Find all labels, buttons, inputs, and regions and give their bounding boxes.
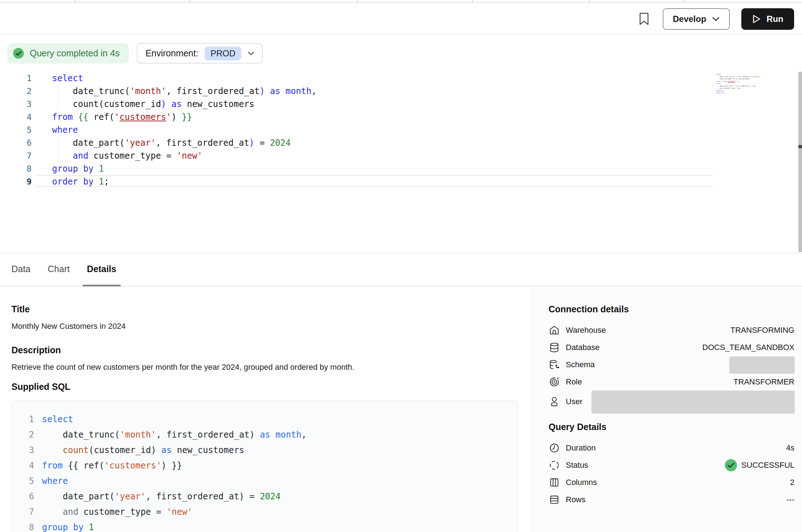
line-number: 7 [0,149,32,162]
redacted-value-box [729,356,794,373]
tab-data[interactable]: Data [7,253,35,286]
tab-separator [190,0,190,3]
environment-value-pill: PROD [205,47,241,60]
tab-chart[interactable]: Chart [43,253,74,286]
connection-row-schema: Schema [549,356,794,373]
description-value: Retrieve the count of new customers per … [11,362,518,373]
connection-details-heading: Connection details [549,303,794,315]
role-icon [549,376,560,388]
redacted-value-box [592,391,794,413]
row-label: Columns [566,478,597,487]
line-number: 4 [12,458,34,473]
code-text: from {{ ref('customers') }} [42,458,182,473]
row-label: User [566,397,582,406]
check-circle-icon [13,48,24,59]
editor-line-8[interactable]: 8group by 1 [0,162,793,175]
supplied-sql-line-5: 5where [12,473,518,489]
supplied-sql-line-8: 8group by 1 [12,520,518,532]
tab-details[interactable]: Details [83,253,121,286]
run-button-label: Run [766,14,783,24]
row-value: TRANSFORMING [731,326,794,335]
tab-separator [589,0,590,3]
editor-line-4[interactable]: 4from {{ ref('customers') }} [0,111,793,123]
supplied-sql-line-3: 3count(customer_id) as new_customers [12,443,518,458]
clock-icon [549,442,560,454]
code-text: group by 1 [42,520,94,532]
supplied-sql-block: 1select2date_trunc('month', first_ordere… [11,401,518,532]
run-button[interactable]: Run [741,8,794,30]
code-text: date_part('year', first_ordered_at) = 20… [42,489,281,504]
editor-line-9[interactable]: 9order by 1; [0,175,793,188]
tab-separator [472,0,473,3]
code-text: where [42,473,68,489]
connection-row-user: User [549,391,794,413]
connection-rows: WarehouseTRANSFORMINGDatabaseDOCS_TEAM_S… [549,322,794,413]
description-heading: Description [11,344,518,356]
sql-editor[interactable]: 1select2date_trunc('month', first_ordere… [0,72,802,253]
line-number: 6 [0,136,32,149]
editor-lines: 1select2date_trunc('month', first_ordere… [0,72,793,188]
develop-button[interactable]: Develop [663,8,730,30]
result-tabs: DataChartDetails [0,253,802,286]
header-bar: Develop Run [0,4,802,34]
query-row-duration: Duration4s [549,439,794,457]
editor-line-7[interactable]: 7and customer_type = 'new' [0,149,793,162]
supplied-sql-line-7: 7and customer_type = 'new' [12,504,518,520]
editor-scrollbar-thumb[interactable] [798,145,802,148]
line-number: 5 [12,473,34,489]
supplied-sql-line-4: 4from {{ ref('customers') }} [12,458,518,473]
tab-separator [684,0,685,3]
connection-panel: Connection details WarehouseTRANSFORMING… [532,287,802,532]
line-number: 3 [12,443,34,458]
query-details-heading: Query Details [549,421,794,433]
tab-separator [357,0,358,3]
query-status-text: Query completed in 4s [30,48,120,59]
editor-line-3[interactable]: 3count(customer_id) as new_customers [0,98,793,111]
row-value: SUCCESSFUL [725,459,794,471]
chevron-down-icon [248,51,254,56]
row-value: DOCS_TEAM_SANDBOX [702,343,794,352]
supplied-sql-heading: Supplied SQL [11,381,518,393]
code-text: date_trunc('month', first_ordered_at) as… [42,427,307,443]
minimap-line: order by 1; [716,92,758,94]
user-icon [549,396,560,407]
editor-scrollbar[interactable] [798,72,802,252]
status-icon [549,459,560,471]
code-text: count(customer_id) as new_customers [52,98,255,111]
editor-line-5[interactable]: 5where [0,123,793,136]
code-text: select [52,72,83,85]
query-status-pill: Query completed in 4s [7,43,129,64]
line-number: 4 [0,111,32,123]
details-main-pane: Title Monthly New Customers in 2024 Desc… [0,287,532,532]
editor-line-2[interactable]: 2date_trunc('month', first_ordered_at) a… [0,85,793,98]
columns-icon [549,477,560,488]
top-tab-strip [0,0,802,3]
line-number: 7 [12,504,34,520]
row-label: Status [566,461,588,470]
line-number: 9 [0,175,32,188]
code-text: and customer_type = 'new' [42,504,192,520]
row-value: --- [787,495,794,504]
code-text: date_part('year', first_ordered_at) = 20… [52,136,291,149]
tab-separator [74,0,75,3]
code-text: from {{ ref('customers') }} [52,111,192,123]
editor-minimap[interactable]: selectdate_trunc('month', first_ordered_… [716,73,758,94]
schema-icon [549,359,560,370]
row-label: Schema [566,360,595,369]
connection-row-database: DatabaseDOCS_TEAM_SANDBOX [549,339,794,356]
title-heading: Title [11,303,518,315]
editor-line-1[interactable]: 1select [0,72,793,85]
success-check-icon [725,459,737,471]
query-row-columns: Columns2 [549,474,794,491]
row-label: Database [566,343,600,352]
row-label: Duration [566,443,596,453]
environment-selector[interactable]: Environment: PROD [137,43,263,64]
code-text: and customer_type = 'new' [52,149,202,162]
editor-line-6[interactable]: 6date_part('year', first_ordered_at) = 2… [0,136,793,149]
bookmark-icon[interactable] [637,10,651,28]
rows-icon [549,494,560,505]
database-icon [549,342,560,353]
code-text: group by 1 [52,162,104,175]
supplied-sql-line-1: 1select [12,412,518,427]
line-number: 2 [0,85,32,98]
